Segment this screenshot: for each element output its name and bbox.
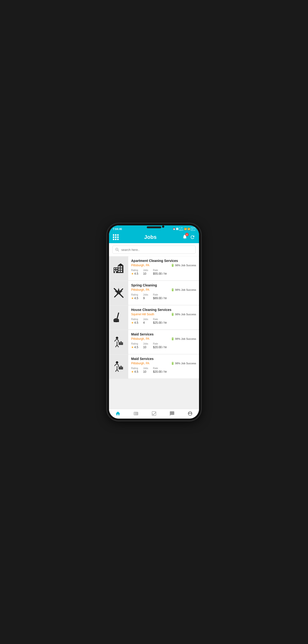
- rating-label-5: Rating: [131, 367, 138, 370]
- battery-icon-4: 🔋: [171, 337, 175, 340]
- speed-icon: 0.44KB/S: [179, 227, 183, 231]
- job-card-4[interactable]: Maid Services Pittsburgh, PA 🔋 98% Job S…: [109, 330, 199, 354]
- search-input[interactable]: [121, 248, 193, 252]
- stat-rate-4: Rate $20.00 / hr: [153, 342, 167, 349]
- rate-label-4: Rate: [153, 342, 167, 345]
- menu-button[interactable]: [113, 234, 119, 240]
- battery-icon-2: 🔋: [171, 288, 175, 292]
- svg-rect-11: [118, 268, 120, 270]
- job-card-2[interactable]: Spring Cleaning Pittsburgh, PA 🔋 98% Job…: [109, 281, 199, 305]
- svg-rect-4: [116, 268, 117, 269]
- nav-home[interactable]: [109, 411, 127, 416]
- stat-rate-5: Rate $20.00 / hr: [153, 367, 167, 374]
- search-icon: [115, 248, 119, 252]
- jobs-value-3: 4: [143, 321, 148, 324]
- jobs-label-1: Jobs: [143, 269, 148, 272]
- wifi-icon: 📶: [184, 228, 187, 230]
- job-icon-maid-2: [109, 354, 128, 378]
- job-details-2: Spring Cleaning Pittsburgh, PA 🔋 98% Job…: [128, 281, 199, 305]
- nav-list[interactable]: [127, 411, 145, 416]
- rate-value-3: $25.00 / hr: [153, 321, 167, 324]
- jobs-label-2: Jobs: [143, 294, 148, 296]
- job-details-4: Maid Services Pittsburgh, PA 🔋 98% Job S…: [128, 330, 199, 354]
- rating-value-1: ★4.5: [131, 272, 138, 276]
- alarm-icon: ⏰: [173, 228, 176, 230]
- rating-label-1: Rating: [131, 269, 138, 272]
- job-card-1[interactable]: Apartment Cleaning Services Pittsburgh, …: [109, 256, 199, 281]
- rating-label-3: Rating: [131, 318, 138, 320]
- bottom-nav: [109, 409, 199, 418]
- svg-rect-9: [118, 266, 120, 268]
- rate-value-4: $20.00 / hr: [153, 346, 167, 349]
- svg-rect-10: [120, 266, 122, 268]
- job-stats-1: Rating ★4.5 Jobs 10 Rate $55.00 / hr: [131, 269, 196, 276]
- job-success-4: 🔋 98% Job Success: [171, 337, 196, 340]
- svg-rect-12: [120, 268, 122, 270]
- rating-value-2: ★4.5: [131, 296, 138, 300]
- svg-line-25: [116, 345, 117, 347]
- stat-rating-2: Rating ★4.5: [131, 294, 138, 300]
- job-icon-house: [109, 306, 128, 330]
- job-location-row-3: Squirrel Hill South 🔋 98% Job Success: [131, 313, 196, 316]
- job-card-5[interactable]: Maid Services Pittsburgh, PA 🔋 98% Job S…: [109, 354, 199, 379]
- notification-bell[interactable]: 0: [182, 234, 188, 240]
- jobs-label-3: Jobs: [143, 318, 148, 320]
- job-title-4: Maid Services: [131, 332, 196, 336]
- refresh-icon[interactable]: [190, 234, 195, 240]
- svg-point-31: [116, 361, 118, 364]
- rate-label-2: Rate: [153, 294, 167, 296]
- svg-rect-40: [152, 412, 156, 416]
- page-title: Jobs: [144, 234, 157, 240]
- search-bar[interactable]: [112, 246, 196, 254]
- notification-badge: 0: [185, 233, 189, 236]
- job-stats-2: Rating ★4.5 Jobs 9 Rate $89.00 / hr: [131, 294, 196, 300]
- svg-rect-38: [120, 367, 122, 368]
- stat-jobs-3: Jobs 4: [143, 318, 148, 324]
- jobs-value-1: 10: [143, 272, 148, 276]
- job-title-5: Maid Services: [131, 357, 196, 361]
- status-time: 7:04:46: [113, 228, 122, 230]
- phone-screen: 7:04:46 ⏰ 🅱 0.44KB/S 📶 📶 87 Jobs: [109, 226, 199, 418]
- stat-rate-2: Rate $89.00 / hr: [153, 294, 167, 300]
- nav-tasks[interactable]: [145, 411, 163, 416]
- jobs-label-4: Jobs: [143, 342, 148, 345]
- job-icon-maid-1: [109, 330, 128, 354]
- job-card-3[interactable]: House Cleaning Services Squirrel Hill So…: [109, 306, 199, 330]
- svg-rect-7: [115, 271, 116, 273]
- job-details-5: Maid Services Pittsburgh, PA 🔋 98% Job S…: [128, 354, 199, 378]
- list-icon: [133, 411, 139, 416]
- svg-rect-20: [117, 312, 119, 318]
- svg-rect-3: [114, 268, 115, 269]
- job-title-3: House Cleaning Services: [131, 308, 196, 312]
- rating-label-2: Rating: [131, 294, 138, 296]
- nav-profile[interactable]: [181, 411, 199, 416]
- rating-value-5: ★4.5: [131, 370, 138, 374]
- job-title-1: Apartment Cleaning Services: [131, 259, 196, 263]
- stat-jobs-4: Jobs 10: [143, 342, 148, 349]
- svg-rect-13: [118, 270, 120, 272]
- svg-point-37: [120, 366, 122, 368]
- rate-label-1: Rate: [153, 269, 167, 272]
- job-location-row-5: Pittsburgh, PA 🔋 98% Job Success: [131, 362, 196, 365]
- svg-point-29: [120, 341, 122, 343]
- job-location-row-2: Pittsburgh, PA 🔋 98% Job Success: [131, 288, 196, 292]
- jobs-value-4: 10: [143, 346, 148, 349]
- battery-icon-3: 🔋: [171, 313, 175, 316]
- job-success-3: 🔋 98% Job Success: [171, 313, 196, 316]
- rate-value-5: $20.00 / hr: [153, 370, 167, 374]
- job-details-3: House Cleaning Services Squirrel Hill So…: [128, 306, 199, 330]
- job-success-1: 🔋 98% Job Success: [171, 264, 196, 267]
- job-location-1: Pittsburgh, PA: [131, 264, 149, 267]
- chat-icon: [169, 411, 175, 416]
- rating-value-4: ★4.5: [131, 346, 138, 349]
- nav-chat[interactable]: [163, 411, 181, 416]
- stat-rating-3: Rating ★4.5: [131, 318, 138, 324]
- stat-jobs-2: Jobs 9: [143, 294, 148, 300]
- home-icon: [115, 411, 120, 416]
- job-success-2: 🔋 98% Job Success: [171, 288, 196, 292]
- job-details-1: Apartment Cleaning Services Pittsburgh, …: [128, 256, 199, 280]
- profile-icon: [188, 411, 193, 416]
- job-stats-4: Rating ★4.5 Jobs 10 Rate $20.00 / hr: [131, 342, 196, 349]
- rate-value-2: $89.00 / hr: [153, 296, 167, 300]
- svg-marker-18: [114, 288, 122, 296]
